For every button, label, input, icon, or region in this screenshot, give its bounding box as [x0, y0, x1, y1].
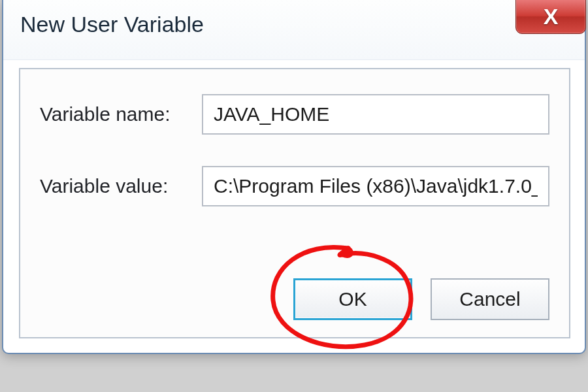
variable-name-input[interactable]	[202, 94, 549, 135]
dialog-content: Variable name: Variable value: OK Cancel	[19, 68, 570, 338]
variable-value-row: Variable value:	[40, 166, 549, 206]
new-user-variable-dialog: New User Variable X Byte earn Variable n…	[2, 0, 586, 354]
variable-value-label: Variable value:	[40, 175, 202, 197]
close-button[interactable]: X	[515, 0, 586, 34]
variable-value-input[interactable]	[202, 166, 549, 206]
cancel-button[interactable]: Cancel	[431, 278, 549, 320]
variable-name-label: Variable name:	[40, 103, 202, 125]
dialog-title: New User Variable	[20, 12, 204, 37]
ok-button[interactable]: OK	[293, 278, 412, 320]
close-icon: X	[544, 4, 559, 29]
dialog-titlebar: New User Variable X	[3, 0, 585, 60]
dialog-button-row: OK Cancel	[293, 278, 549, 320]
variable-name-row: Variable name:	[40, 94, 549, 135]
